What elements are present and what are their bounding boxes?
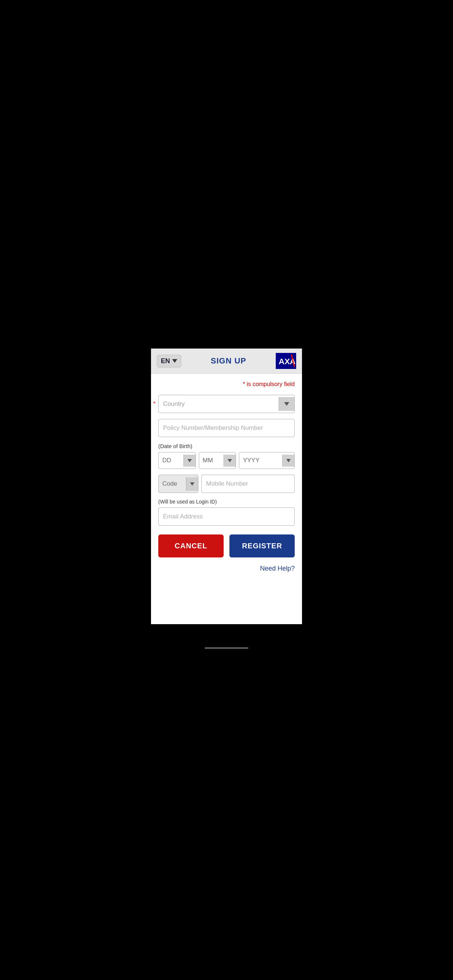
- country-chevron-icon: [279, 397, 294, 411]
- need-help-section: Need Help?: [158, 565, 295, 573]
- country-field-group: * Country: [158, 395, 295, 413]
- phone-row: Code: [158, 475, 295, 493]
- policy-input[interactable]: [158, 419, 295, 437]
- email-group: (Will be used as Login ID): [158, 499, 295, 526]
- language-selector[interactable]: EN: [157, 355, 181, 368]
- home-indicator: [205, 647, 248, 649]
- dob-yyyy-chevron-icon: [282, 455, 294, 467]
- action-buttons: CANCEL REGISTER: [158, 535, 295, 557]
- dob-dd-chevron-icon: [183, 455, 196, 467]
- mobile-input[interactable]: [201, 475, 295, 493]
- country-select[interactable]: Country: [158, 395, 295, 413]
- code-label: Code: [159, 475, 186, 493]
- svg-marker-6: [228, 459, 232, 462]
- login-note: (Will be used as Login ID): [158, 499, 295, 504]
- compulsory-note: * is compulsory field: [158, 381, 295, 388]
- app-header: EN SIGN UP AXA: [151, 348, 302, 374]
- dob-dd-select[interactable]: DD: [158, 452, 196, 469]
- phone-group: Code: [158, 475, 295, 493]
- email-input[interactable]: [158, 508, 295, 526]
- dob-mm-select[interactable]: MM: [199, 452, 236, 469]
- dob-dd-label: DD: [159, 452, 183, 468]
- chevron-down-icon: [172, 358, 177, 364]
- dob-yyyy-label: YYYY: [239, 452, 282, 468]
- code-chevron-icon: [186, 477, 198, 491]
- page-title: SIGN UP: [211, 356, 246, 366]
- svg-marker-4: [284, 402, 289, 406]
- policy-field-group: [158, 419, 295, 437]
- svg-marker-5: [187, 459, 192, 462]
- svg-marker-7: [286, 459, 291, 462]
- country-placeholder: Country: [159, 395, 279, 413]
- dob-yyyy-select[interactable]: YYYY: [239, 452, 295, 469]
- axa-logo: AXA: [276, 353, 296, 369]
- register-button[interactable]: REGISTER: [230, 535, 295, 557]
- country-code-select[interactable]: Code: [158, 475, 198, 493]
- dob-group: (Date of Birth) DD MM: [158, 443, 295, 469]
- svg-marker-8: [190, 482, 195, 485]
- language-label: EN: [161, 357, 170, 365]
- dob-mm-label: MM: [199, 452, 224, 468]
- required-star-country: *: [153, 401, 155, 407]
- main-form: * is compulsory field * Country (Date of…: [151, 374, 302, 624]
- need-help-link[interactable]: Need Help?: [260, 565, 295, 572]
- svg-marker-0: [172, 359, 177, 363]
- cancel-button[interactable]: CANCEL: [158, 535, 223, 557]
- dob-label: (Date of Birth): [158, 443, 295, 449]
- dob-row: DD MM YYYY: [158, 452, 295, 469]
- dob-mm-chevron-icon: [223, 455, 236, 467]
